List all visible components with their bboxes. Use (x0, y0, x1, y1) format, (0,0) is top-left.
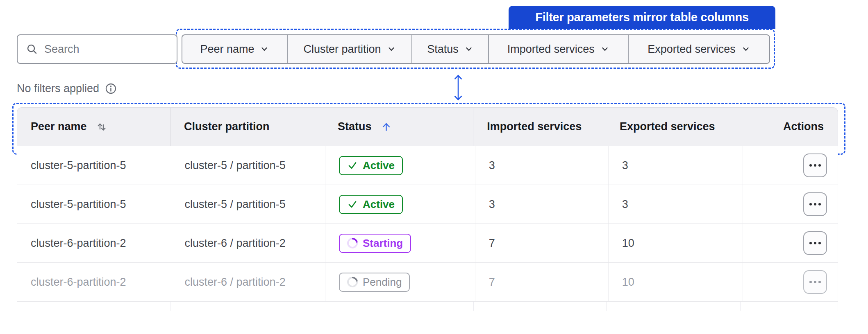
row-actions-button[interactable] (803, 270, 827, 294)
table-row: cluster-5-partition-5cluster-5 / partiti… (17, 146, 838, 185)
chevron-down-icon (600, 45, 609, 54)
column-header-label: Imported services (487, 120, 582, 133)
status-badge-label: Pending (363, 276, 402, 289)
filter-summary: No filters applied (17, 80, 117, 97)
filter-button-peer-name[interactable]: Peer name (182, 35, 287, 63)
ellipsis-dot (818, 242, 821, 244)
cell-cluster-partition: cluster-6 / partition-2 (171, 224, 325, 262)
cell-exported-services: 10 (608, 263, 743, 301)
cell-imported-services: 3 (475, 146, 608, 185)
cell-exported-services: 3 (608, 146, 743, 185)
row-actions-button[interactable] (803, 153, 827, 177)
filter-group: Peer nameCluster partitionStatusImported… (182, 34, 770, 64)
check-icon (347, 160, 358, 171)
filter-button-label: Cluster partition (304, 43, 381, 56)
column-header-label: Exported services (620, 120, 715, 133)
column-header-label: Status (338, 120, 372, 133)
chevron-down-icon (464, 45, 473, 54)
filter-button-label: Exported services (648, 43, 736, 56)
check-icon (347, 199, 358, 210)
status-badge-pending: Pending (339, 273, 410, 292)
ellipsis-dot (809, 242, 812, 244)
column-header-exported-services: Exported services (606, 108, 740, 146)
row-actions-button[interactable] (803, 231, 827, 255)
search-input[interactable] (44, 43, 169, 56)
page: Filter parameters mirror table columns P… (0, 0, 868, 334)
cell-exported-services: 3 (608, 185, 743, 223)
cell-cluster-partition: cluster-5 / partition-5 (171, 185, 325, 223)
filter-button-label: Peer name (200, 43, 254, 56)
filter-button-cluster-partition[interactable]: Cluster partition (287, 35, 411, 63)
cell-actions (743, 146, 838, 185)
cell-actions (743, 263, 838, 301)
cell-status: Pending (325, 263, 475, 301)
spinner-icon (345, 275, 360, 289)
table-row-partial (17, 302, 838, 311)
column-header-peer-name[interactable]: Peer name (17, 108, 170, 146)
chevron-down-icon (741, 45, 750, 54)
chevron-down-icon (387, 45, 396, 54)
cell-status: Starting (325, 224, 475, 262)
cell-peer-name: cluster-5-partition-5 (17, 146, 171, 185)
ellipsis-dot (814, 164, 816, 167)
table-row: cluster-6-partition-2cluster-6 / partiti… (17, 224, 838, 263)
column-header-label: Cluster partition (184, 120, 270, 133)
partial-cell (324, 302, 473, 311)
callout-banner: Filter parameters mirror table columns (509, 6, 775, 29)
mirror-arrow-icon (453, 72, 464, 103)
cell-cluster-partition: cluster-6 / partition-2 (171, 263, 325, 301)
ellipsis-dot (818, 164, 821, 167)
filter-button-exported-services[interactable]: Exported services (628, 35, 769, 63)
cell-imported-services: 7 (475, 224, 608, 262)
partial-cell (170, 302, 324, 311)
column-header-imported-services: Imported services (473, 108, 606, 146)
ellipsis-dot (814, 242, 816, 244)
filter-button-status[interactable]: Status (411, 35, 488, 63)
cell-peer-name: cluster-6-partition-2 (17, 263, 171, 301)
filter-button-label: Status (427, 43, 459, 56)
status-badge-active: Active (339, 195, 403, 214)
filter-button-imported-services[interactable]: Imported services (488, 35, 628, 63)
cell-status: Active (325, 146, 475, 185)
spinner-icon (345, 236, 360, 250)
ellipsis-dot (818, 203, 821, 205)
search-icon (26, 43, 38, 55)
ellipsis-dot (814, 203, 816, 205)
search-box[interactable] (17, 34, 177, 64)
cell-peer-name: cluster-6-partition-2 (17, 224, 171, 262)
partial-cell (17, 302, 170, 311)
column-header-label: Actions (783, 120, 824, 133)
status-badge-active: Active (339, 156, 403, 175)
sort-arrow-up-icon (381, 121, 392, 132)
cell-status: Active (325, 185, 475, 223)
column-header-status[interactable]: Status (324, 108, 473, 146)
chevron-down-icon (260, 45, 269, 54)
cell-exported-services: 10 (608, 224, 743, 262)
ellipsis-dot (809, 164, 812, 167)
cell-actions (743, 224, 838, 262)
partial-cell (473, 302, 606, 311)
table-body: cluster-5-partition-5cluster-5 / partiti… (17, 146, 838, 302)
column-header-label: Peer name (31, 120, 87, 133)
status-badge-label: Starting (363, 237, 403, 250)
row-actions-button[interactable] (803, 192, 827, 216)
partial-cell (606, 302, 741, 311)
ellipsis-dot (818, 281, 821, 283)
column-header-cluster-partition: Cluster partition (170, 108, 324, 146)
filter-summary-text: No filters applied (17, 82, 99, 95)
column-header-actions: Actions (740, 108, 838, 146)
table-row: cluster-6-partition-2cluster-6 / partiti… (17, 263, 838, 302)
cell-actions (743, 185, 838, 223)
info-icon[interactable] (105, 82, 117, 95)
cell-cluster-partition: cluster-5 / partition-5 (171, 146, 325, 185)
table-header-row: Peer nameCluster partitionStatusImported… (17, 107, 838, 146)
status-badge-starting: Starting (339, 234, 411, 253)
peers-table: Peer nameCluster partitionStatusImported… (17, 107, 838, 311)
filter-button-label: Imported services (507, 43, 595, 56)
ellipsis-dot (814, 281, 816, 283)
ellipsis-dot (809, 203, 812, 205)
ellipsis-dot (809, 281, 812, 283)
status-badge-label: Active (363, 198, 395, 211)
cell-imported-services: 3 (475, 185, 608, 223)
cell-peer-name: cluster-5-partition-5 (17, 185, 171, 223)
